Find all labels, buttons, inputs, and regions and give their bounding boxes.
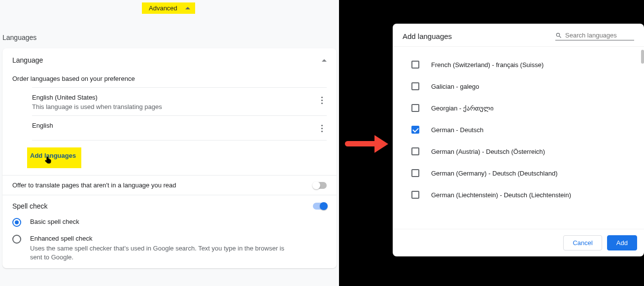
language-option[interactable]: French (France) - français (France) — [393, 46, 640, 54]
language-row-title: Language — [12, 56, 43, 64]
radio-label: Basic spell check — [30, 218, 79, 225]
search-icon — [555, 32, 562, 39]
language-list[interactable]: French (France) - français (France) Fren… — [393, 46, 644, 229]
language-expander-row[interactable]: Language — [12, 48, 327, 72]
languages-card: Language Order languages based on your p… — [2, 48, 337, 268]
language-option[interactable]: Georgian - ქართული — [393, 97, 640, 119]
language-option-label: German (Liechtenstein) - Deutsch (Liecht… — [431, 191, 571, 199]
language-option[interactable]: Galician - galego — [393, 75, 640, 97]
advanced-label: Advanced — [149, 4, 177, 12]
advanced-section-toggle[interactable]: Advanced — [142, 2, 195, 14]
radio-label: Enhanced spell check — [30, 235, 286, 242]
language-option-label: Georgian - ქართული — [431, 105, 494, 112]
language-option-label: French (France) - français (France) — [431, 46, 531, 47]
language-option-label: Galician - galego — [431, 83, 479, 90]
language-option-label: German (Austria) - Deutsch (Österreich) — [431, 148, 545, 155]
add-button[interactable]: Add — [607, 235, 637, 250]
language-item-desc: This language is used when translating p… — [32, 103, 162, 110]
search-input[interactable] — [565, 32, 629, 39]
offer-translate-toggle[interactable] — [313, 182, 327, 189]
language-order-hint: Order languages based on your preference — [12, 72, 327, 87]
spell-check-toggle[interactable] — [313, 203, 327, 210]
more-options-button[interactable] — [317, 122, 327, 135]
cursor-hand-icon — [44, 156, 52, 167]
checkbox-icon — [411, 104, 419, 112]
radio-icon — [12, 235, 21, 244]
arrow-right-icon — [345, 135, 389, 154]
language-search-field[interactable] — [555, 32, 634, 40]
language-item: English — [32, 115, 327, 141]
checkbox-icon — [411, 147, 419, 155]
offer-translate-row[interactable]: Offer to translate pages that aren't in … — [2, 175, 337, 195]
language-item-name: English — [32, 122, 53, 129]
languages-section-heading: Languages — [2, 34, 36, 41]
add-languages-dialog: Add languages French (France) - français… — [393, 24, 644, 256]
language-item: English (United States) This language is… — [32, 87, 327, 115]
settings-languages-panel: Advanced Languages Language Order langua… — [0, 0, 339, 286]
checkbox-icon — [411, 82, 419, 90]
checkbox-icon — [411, 126, 419, 134]
language-option[interactable]: German (Liechtenstein) - Deutsch (Liecht… — [393, 184, 640, 206]
language-option[interactable]: French (Switzerland) - français (Suisse) — [393, 54, 640, 75]
checkbox-icon — [411, 191, 419, 199]
scrollbar-thumb[interactable] — [641, 50, 644, 64]
language-option[interactable]: German (Germany) - Deutsch (Deutschland) — [393, 162, 640, 184]
checkbox-icon — [411, 46, 419, 47]
language-option[interactable]: German - Deutsch — [393, 119, 640, 141]
language-option-label: French (Switzerland) - français (Suisse) — [431, 61, 543, 69]
language-option-label: German - Deutsch — [431, 126, 483, 134]
basic-spell-check-option[interactable]: Basic spell check — [12, 218, 327, 227]
language-item-name: English (United States) — [32, 94, 162, 101]
dialog-title: Add languages — [403, 32, 452, 40]
offer-translate-label: Offer to translate pages that aren't in … — [12, 181, 176, 189]
add-languages-button[interactable]: Add languages — [27, 147, 81, 168]
chevron-up-icon — [185, 7, 190, 9]
chevron-up-icon — [322, 59, 327, 62]
radio-desc: Uses the same spell checker that's used … — [30, 244, 286, 261]
language-option[interactable]: German (Austria) - Deutsch (Österreich) — [393, 141, 640, 162]
spell-check-title: Spell check — [12, 202, 48, 210]
checkbox-icon — [411, 61, 419, 69]
language-option-label: German (Germany) - Deutsch (Deutschland) — [431, 170, 557, 177]
checkbox-icon — [411, 169, 419, 177]
enhanced-spell-check-option[interactable]: Enhanced spell check Uses the same spell… — [12, 235, 327, 261]
cancel-button[interactable]: Cancel — [563, 235, 602, 250]
radio-icon — [12, 218, 21, 227]
more-options-button[interactable] — [317, 94, 327, 107]
